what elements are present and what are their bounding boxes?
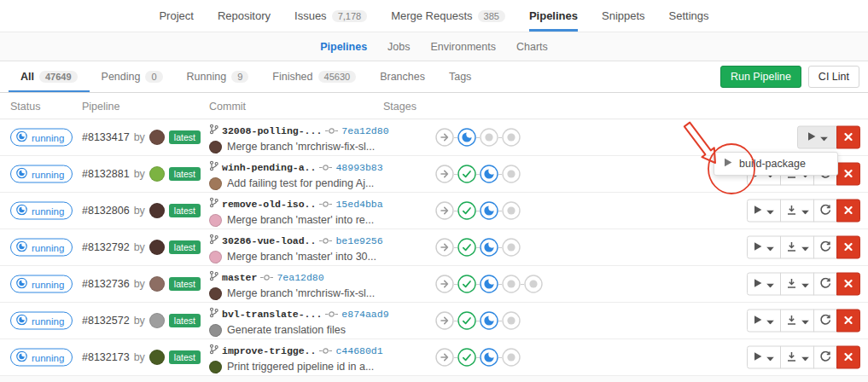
- stage-success-icon[interactable]: [457, 275, 476, 293]
- nav-item-issues[interactable]: Issues7,178: [294, 0, 367, 32]
- stage-running-icon[interactable]: [480, 165, 498, 183]
- artifacts-dropdown-button[interactable]: [780, 200, 814, 223]
- manual-action-dropdown-button[interactable]: [747, 236, 781, 259]
- stage-success-icon[interactable]: [457, 165, 476, 183]
- artifacts-dropdown-button[interactable]: [780, 346, 814, 369]
- commit-message-link[interactable]: Merge branch 'master' into re...: [227, 214, 374, 226]
- stage-created-icon[interactable]: [502, 128, 521, 147]
- pipeline-id-link[interactable]: #8132792: [82, 241, 130, 253]
- stage-skipped-icon[interactable]: [435, 128, 454, 147]
- commit-sha-link[interactable]: 15ed4bba: [335, 199, 382, 210]
- pipeline-id-link[interactable]: #8132173: [82, 351, 130, 363]
- retry-pipeline-button[interactable]: [813, 346, 837, 369]
- branch-link[interactable]: 32008-polling-...: [222, 125, 322, 136]
- run-pipeline-button[interactable]: Run Pipeline: [720, 66, 801, 88]
- branch-link[interactable]: 30286-vue-load..: [222, 235, 316, 246]
- cancel-pipeline-button[interactable]: [836, 163, 860, 186]
- dropdown-item-build-package[interactable]: build-package: [714, 155, 837, 172]
- commit-author-avatar[interactable]: [209, 251, 222, 263]
- stage-created-icon[interactable]: [502, 275, 521, 293]
- subnav-item-jobs[interactable]: Jobs: [387, 32, 410, 61]
- tab-running[interactable]: Running9: [175, 61, 261, 92]
- pipeline-id-link[interactable]: #8132806: [82, 205, 130, 217]
- commit-author-avatar[interactable]: [209, 214, 222, 227]
- stage-running-icon[interactable]: [480, 238, 498, 257]
- retry-pipeline-button[interactable]: [813, 310, 837, 333]
- cancel-pipeline-button[interactable]: [836, 273, 860, 296]
- stage-skipped-icon[interactable]: [435, 238, 454, 257]
- commit-message-link[interactable]: Merge branch 'master' into 30...: [227, 251, 376, 263]
- pipeline-id-link[interactable]: #8133417: [82, 131, 130, 143]
- stage-skipped-icon[interactable]: [435, 348, 454, 367]
- status-badge-running[interactable]: running: [10, 165, 73, 183]
- stage-skipped-icon[interactable]: [435, 165, 454, 183]
- artifacts-dropdown-button[interactable]: [780, 310, 814, 333]
- nav-item-merge-requests[interactable]: Merge Requests385: [391, 0, 505, 32]
- commit-sha-link[interactable]: 7ea12d80: [277, 272, 323, 283]
- nav-item-project[interactable]: Project: [159, 0, 193, 32]
- stage-success-icon[interactable]: [457, 348, 476, 367]
- pipeline-author-avatar[interactable]: [149, 276, 165, 292]
- tab-finished[interactable]: Finished45630: [260, 61, 368, 92]
- manual-action-dropdown-button[interactable]: [747, 346, 781, 369]
- stage-success-icon[interactable]: [457, 311, 476, 330]
- stage-skipped-icon[interactable]: [435, 311, 454, 330]
- cancel-pipeline-button[interactable]: [836, 236, 860, 259]
- commit-author-avatar[interactable]: [209, 177, 222, 190]
- stage-running-icon[interactable]: [480, 348, 498, 367]
- pipeline-id-link[interactable]: #8132572: [82, 315, 130, 327]
- stage-created-icon[interactable]: [502, 348, 521, 367]
- branch-link[interactable]: master: [222, 272, 257, 283]
- branch-link[interactable]: bvl-translate-...: [222, 309, 322, 320]
- commit-sha-link[interactable]: 48993b83: [335, 162, 382, 173]
- stage-created-icon[interactable]: [480, 128, 498, 147]
- commit-message-link[interactable]: Print triggered pipeline id in a...: [227, 361, 374, 373]
- branch-link[interactable]: improve-trigge..: [222, 345, 316, 356]
- commit-message-link[interactable]: Merge branch 'mrchrisw-fix-sl...: [227, 141, 375, 153]
- status-badge-running[interactable]: running: [10, 312, 73, 330]
- commit-sha-link[interactable]: e874aad9: [341, 309, 388, 320]
- subnav-item-charts[interactable]: Charts: [516, 32, 548, 61]
- pipeline-author-avatar[interactable]: [149, 166, 165, 182]
- pipeline-author-avatar[interactable]: [149, 203, 165, 218]
- stage-created-icon[interactable]: [524, 275, 543, 293]
- status-badge-running[interactable]: running: [10, 129, 73, 147]
- cancel-pipeline-button[interactable]: [836, 310, 860, 333]
- commit-message-link[interactable]: Generate translation files: [227, 324, 346, 336]
- commit-sha-link[interactable]: c44680d1: [335, 345, 382, 356]
- commit-sha-link[interactable]: 7ea12d80: [341, 125, 388, 136]
- nav-item-repository[interactable]: Repository: [218, 0, 271, 32]
- branch-link[interactable]: remove-old-iso..: [222, 199, 316, 210]
- nav-item-settings[interactable]: Settings: [669, 0, 709, 32]
- pipeline-author-avatar[interactable]: [149, 350, 165, 365]
- stage-created-icon[interactable]: [502, 165, 521, 183]
- commit-author-avatar[interactable]: [209, 287, 222, 300]
- retry-pipeline-button[interactable]: [813, 273, 837, 296]
- stage-running-icon[interactable]: [480, 275, 498, 293]
- pipeline-id-link[interactable]: #8132736: [82, 278, 130, 290]
- artifacts-dropdown-button[interactable]: [780, 273, 814, 296]
- cancel-pipeline-button[interactable]: [836, 346, 860, 369]
- stage-created-icon[interactable]: [502, 311, 521, 330]
- stage-skipped-icon[interactable]: [435, 275, 454, 293]
- commit-message-link[interactable]: Merge branch 'mrchrisw-fix-sl...: [227, 287, 375, 299]
- stage-created-icon[interactable]: [502, 238, 521, 257]
- status-badge-running[interactable]: running: [10, 275, 73, 293]
- retry-pipeline-button[interactable]: [813, 200, 837, 223]
- ci-lint-button[interactable]: CI Lint: [808, 66, 859, 88]
- manual-action-dropdown-button[interactable]: [797, 126, 837, 149]
- retry-pipeline-button[interactable]: [813, 236, 837, 259]
- commit-message-link[interactable]: Add failing test for pending Aj...: [227, 177, 374, 189]
- manual-action-dropdown-button[interactable]: [747, 310, 781, 333]
- pipeline-id-link[interactable]: #8132881: [82, 168, 130, 180]
- branch-link[interactable]: winh-pending-a..: [222, 162, 316, 173]
- commit-author-avatar[interactable]: [209, 324, 222, 337]
- subnav-item-environments[interactable]: Environments: [431, 32, 496, 61]
- status-badge-running[interactable]: running: [10, 349, 73, 367]
- manual-action-dropdown-button[interactable]: [747, 273, 781, 296]
- tab-branches[interactable]: Branches: [368, 61, 437, 92]
- stage-running-icon[interactable]: [457, 128, 476, 147]
- stage-running-icon[interactable]: [480, 311, 498, 330]
- pipeline-author-avatar[interactable]: [149, 130, 165, 145]
- nav-item-snippets[interactable]: Snippets: [602, 0, 645, 32]
